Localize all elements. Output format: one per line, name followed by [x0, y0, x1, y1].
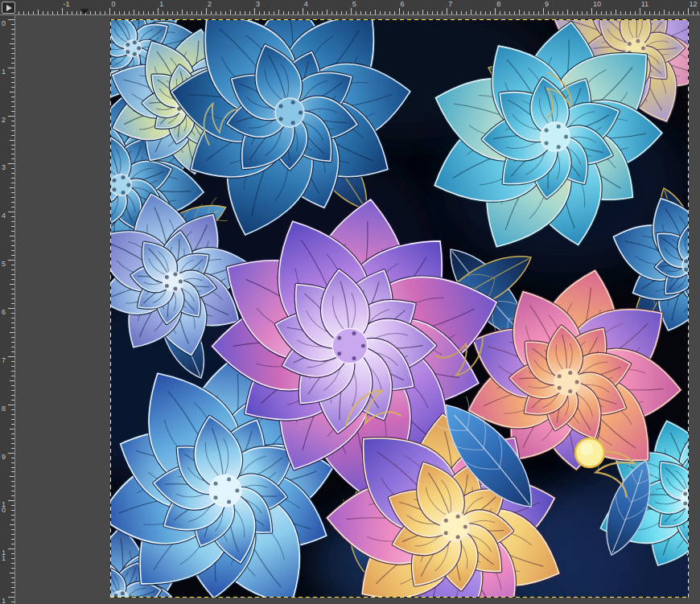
ruler-minor-tick [509, 11, 510, 14]
ruler-minor-tick [11, 592, 14, 593]
ruler-label: 6 [401, 1, 405, 8]
ruler-minor-tick [11, 342, 14, 343]
ruler-minor-tick [11, 77, 14, 78]
image-canvas[interactable] [110, 19, 689, 598]
ruler-minor-tick [119, 11, 120, 14]
ruler-minor-tick [278, 10, 279, 14]
ruler-minor-tick [11, 544, 14, 544]
ruler-major-tick [158, 8, 159, 14]
ruler-label: 4 [304, 1, 308, 8]
ruler-minor-tick [11, 97, 14, 97]
ruler-minor-tick [52, 11, 53, 14]
ruler-minor-tick [389, 11, 390, 14]
ruler-minor-tick [10, 476, 14, 477]
ruler-label: 5 [2, 261, 6, 267]
ruler-minor-tick [11, 106, 14, 107]
ruler-minor-tick [346, 11, 347, 14]
ruler-minor-tick [11, 400, 14, 401]
ruler-minor-tick [11, 183, 14, 183]
ruler-minor-tick [577, 11, 578, 14]
floral-pattern-image [110, 19, 689, 598]
ruler-label: 7 [448, 1, 452, 8]
ruler-label: 9 [545, 1, 549, 8]
ruler-minor-tick [129, 11, 130, 14]
ruler-minor-tick [654, 11, 655, 14]
ruler-minor-tick [538, 11, 539, 14]
ruler-major-tick [8, 308, 14, 309]
ruler-minor-tick [163, 11, 163, 14]
ruler-minor-tick [11, 587, 14, 588]
ruler-label: 7 [2, 358, 6, 364]
ruler-label: 3 [256, 1, 260, 8]
ruler-minor-tick [11, 231, 14, 232]
ruler-minor-tick [167, 11, 168, 14]
ruler-minor-tick [114, 11, 115, 14]
ruler-minor-tick [11, 414, 14, 415]
ruler-minor-tick [11, 563, 14, 564]
ruler-minor-tick [11, 29, 14, 30]
ruler-minor-tick [11, 226, 14, 227]
ruler-major-tick [8, 356, 14, 357]
ruler-minor-tick [11, 250, 14, 251]
ruler-minor-tick [10, 332, 14, 333]
ruler-minor-tick [11, 192, 14, 193]
ruler-minor-tick [466, 11, 467, 14]
ruler-minor-tick [105, 11, 105, 14]
ruler-minor-tick [11, 168, 14, 169]
ruler-minor-tick [664, 10, 665, 14]
ruler-minor-tick [11, 58, 14, 59]
ruler-minor-tick [11, 424, 14, 425]
ruler-minor-tick [269, 11, 270, 14]
ruler-major-tick [447, 8, 447, 14]
ruler-major-tick [543, 8, 544, 14]
ruler-minor-tick [47, 11, 48, 14]
ruler-minor-tick [153, 11, 154, 14]
ruler-minor-tick [418, 11, 418, 14]
ruler-minor-tick [356, 11, 356, 14]
ruler-minor-tick [422, 10, 423, 14]
ruler-minor-tick [90, 11, 91, 14]
ruler-minor-tick [43, 11, 43, 14]
ruler-minor-tick [11, 101, 14, 102]
ruler-minor-tick [11, 125, 14, 126]
ruler-minor-tick [11, 351, 14, 352]
ruler-minor-tick [567, 10, 568, 14]
ruler-minor-tick [500, 11, 500, 14]
ruler-minor-tick [11, 221, 14, 222]
ruler-minor-tick [11, 481, 14, 482]
ruler-minor-tick [659, 11, 660, 14]
ruler-minor-tick [524, 11, 525, 14]
ruler-minor-tick [274, 11, 274, 14]
ruler-minor-tick [669, 11, 669, 14]
ruler-minor-tick [644, 11, 645, 14]
ruler-label: 2 [208, 1, 212, 8]
ruler-minor-tick [11, 458, 14, 458]
ruler-minor-tick [187, 11, 187, 14]
ruler-major-tick [62, 8, 63, 14]
ruler-minor-tick [11, 202, 14, 203]
ruler-position-marker [80, 9, 89, 14]
editor-window: -10123456789101112 01234567891 01 11 2 [0, 0, 700, 604]
ruler-minor-tick [211, 11, 212, 14]
ruler-minor-tick [403, 11, 404, 14]
ruler-minor-tick [432, 11, 433, 14]
vertical-ruler[interactable]: 01234567891 01 11 2 [0, 15, 15, 604]
ruler-minor-tick [10, 573, 14, 573]
horizontal-ruler[interactable]: -10123456789101112 [0, 0, 700, 15]
menu-triangle-icon [6, 5, 12, 11]
ruler-minor-tick [245, 11, 245, 14]
ruler-label: 11 [641, 1, 649, 8]
menu-button[interactable] [2, 2, 15, 14]
ruler-minor-tick [307, 11, 308, 14]
ruler-minor-tick [11, 409, 14, 410]
ruler-minor-tick [11, 602, 14, 602]
ruler-minor-tick [385, 11, 385, 14]
ruler-major-tick [8, 453, 14, 454]
ruler-label: 5 [352, 1, 356, 8]
ruler-minor-tick [519, 10, 520, 14]
ruler-minor-tick [625, 11, 626, 14]
ruler-label: 1 2 [2, 598, 6, 604]
ruler-minor-tick [264, 11, 265, 14]
ruler-major-tick [399, 8, 400, 14]
ruler-minor-tick [11, 24, 14, 25]
